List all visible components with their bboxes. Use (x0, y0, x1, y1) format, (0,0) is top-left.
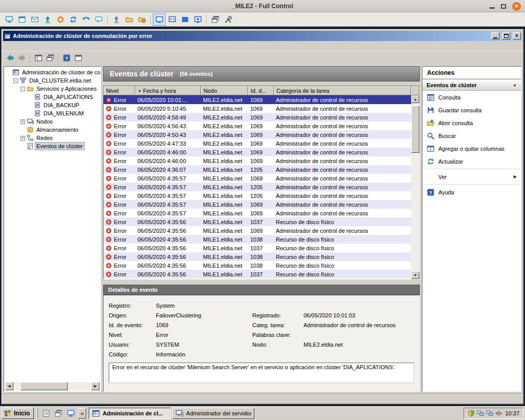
tree-item-redes[interactable]: +Redes (5, 134, 100, 142)
scrollbar-track[interactable] (411, 103, 419, 271)
phone-icon[interactable] (79, 13, 92, 26)
scrollbar-track[interactable] (13, 382, 91, 390)
event-row[interactable]: Error06/05/2020 4:46:00MILE1.eldia.net10… (104, 148, 411, 156)
action-agregar-o-quitar-columnas[interactable]: Agregar o quitar columnas (422, 142, 521, 155)
expander-icon[interactable]: - (21, 87, 25, 91)
tree-item-eventos-de-cl-ster[interactable]: Eventos de clúster (5, 142, 100, 150)
cascade-windows-icon[interactable] (209, 13, 221, 26)
console-tree-button[interactable] (32, 52, 44, 64)
event-row[interactable]: Error06/05/2020 4:46:00MILE1.eldia.net10… (104, 156, 411, 165)
tree-item-administraci-n-de-cl-ster-de-conmu[interactable]: Administración de clúster de conmu (5, 68, 100, 76)
event-row[interactable]: Error06/05/2020 4:36:07MILE1.eldia.net12… (104, 165, 411, 174)
window-titlebar[interactable]: Administración de clúster de conmutación… (3, 31, 522, 41)
menu-ver[interactable] (17, 45, 25, 47)
host-minimize-button[interactable] (490, 4, 495, 9)
event-row[interactable]: Error06/05/2020 4:47:33MILE2.eldia.net10… (104, 139, 411, 148)
back-button[interactable] (4, 52, 16, 64)
action-abrir-consulta[interactable]: Abrir consulta (422, 116, 521, 129)
host-close-button[interactable]: × (512, 2, 521, 11)
action-actualizar[interactable]: Actualizar (422, 155, 521, 168)
export-list-button[interactable] (44, 52, 56, 64)
menu-acci-n[interactable] (10, 45, 17, 47)
send-screen-icon[interactable] (41, 13, 54, 26)
event-row[interactable]: Error06/05/2020 4:56:43MILE2.eldia.net10… (104, 122, 411, 130)
column-categor-a-de-la-tarea[interactable]: Categoría de la tarea (274, 86, 411, 95)
column-fecha-y-hora[interactable]: ▼Fecha y hora (135, 86, 201, 95)
scroll-down-button[interactable]: ▼ (411, 271, 419, 279)
view-button[interactable] (72, 52, 84, 64)
maximize-button[interactable] (502, 32, 510, 39)
event-row[interactable]: Error06/05/2020 4:35:57MILE1.eldia.net10… (104, 209, 411, 217)
solid-screen-icon[interactable] (178, 13, 191, 26)
scrollbar-thumb[interactable] (411, 106, 419, 153)
scroll-left-button[interactable]: ◀ (5, 382, 13, 390)
chat-icon[interactable] (92, 13, 105, 26)
explorer-icon[interactable] (65, 408, 76, 419)
pause-icon[interactable] (54, 13, 67, 26)
action-consulta[interactable]: Consulta (422, 91, 521, 104)
forward-button[interactable] (16, 52, 28, 64)
event-row[interactable]: Error06/05/2020 5:10:45MILE2.eldia.net10… (104, 104, 411, 113)
action-guardar-consulta[interactable]: Guardar consulta (422, 104, 521, 116)
session-window-icon[interactable] (15, 13, 28, 26)
tree-item-servicios-y-aplicaciones[interactable]: -Servicios y Aplicaciones (5, 85, 100, 93)
refresh-icon[interactable] (67, 13, 79, 26)
security-status-icon[interactable] (468, 410, 475, 417)
actions-group-header[interactable]: Eventos de clúster ▲ (422, 79, 521, 91)
taskbar-button-administraci-n-de-cl[interactable]: Administración de cl... (89, 408, 171, 419)
action-ver[interactable]: Ver▶ (422, 170, 521, 183)
event-row[interactable]: Error06/05/2020 4:35:56MILE1.eldia.net10… (104, 217, 411, 226)
event-row[interactable]: Error06/05/2020 4:35:56MILE1.eldia.net10… (104, 244, 411, 252)
menu-archivo[interactable] (3, 45, 10, 47)
tools-icon[interactable] (221, 13, 234, 26)
action-ayuda[interactable]: Ayuda (422, 186, 521, 198)
tree-item-dia-cluster-eldia-net[interactable]: -DIA_CLUSTER.eldia.net (5, 76, 100, 85)
scroll-right-button[interactable]: ▶ (91, 382, 99, 390)
event-row[interactable]: Error06/05/2020 4:35:56MILE1.eldia.net10… (104, 226, 411, 235)
new-connection-icon[interactable] (3, 13, 15, 26)
tree-item-dia-milenium[interactable]: DIA_MILENIUM (5, 109, 100, 117)
start-button[interactable]: Inicio (2, 408, 34, 419)
minimize-button[interactable] (491, 32, 499, 39)
collapse-icon[interactable]: ▲ (513, 83, 517, 87)
column-nivel[interactable]: Nivel (104, 86, 135, 95)
event-row[interactable]: Error06/05/2020 4:58:49MILE2.eldia.net10… (104, 113, 411, 122)
event-row[interactable]: Error06/05/2020 4:35:56MILE1.eldia.net10… (104, 252, 411, 261)
event-row[interactable]: Error06/05/2020 4:35:57MILE1.eldia.net10… (104, 200, 411, 209)
scrollbar-thumb[interactable] (21, 382, 68, 390)
taskbar-handle[interactable] (36, 408, 38, 418)
vertical-scrollbar[interactable]: ▲ ▼ (411, 86, 419, 279)
expander-icon[interactable]: + (21, 119, 25, 124)
window-switcher-icon[interactable] (53, 408, 64, 419)
taskbar-button-administrador-del-servidor[interactable]: Administrador del servidor (172, 408, 254, 419)
file-upload-icon[interactable] (110, 13, 123, 26)
event-row[interactable]: Error06/05/2020 4:35:57MILE1.eldia.net12… (104, 191, 411, 200)
expander-icon[interactable]: - (13, 78, 18, 83)
message-icon[interactable] (28, 13, 41, 26)
event-row[interactable]: Error06/05/2020 4:35:57MILE1.eldia.net12… (104, 183, 411, 191)
network-activity-icon[interactable] (477, 410, 484, 417)
show-desktop-icon[interactable] (41, 408, 52, 419)
host-maximize-button[interactable] (501, 4, 506, 9)
volume-muted-icon[interactable] (495, 410, 502, 417)
menu-ayuda[interactable] (25, 45, 32, 47)
tree-item-dia-backup[interactable]: DIA_BACKUP (5, 101, 100, 109)
event-row[interactable]: Error06/05/2020 4:35:57MILE1.eldia.net10… (104, 174, 411, 183)
event-row[interactable]: Error06/05/2020 4:35:56MILE1.eldia.net10… (104, 261, 411, 270)
secure-folder-icon[interactable] (135, 13, 148, 26)
file-transfer-icon[interactable] (123, 13, 135, 26)
column-id-d[interactable]: Id. d... (248, 86, 274, 95)
expander-icon[interactable]: + (21, 136, 25, 141)
help-button[interactable] (60, 52, 72, 64)
event-row[interactable]: Error06/05/2020 4:35:56MILE1.eldia.net10… (104, 270, 411, 278)
lan-status-icon[interactable] (486, 410, 493, 417)
fullscreen-icon[interactable] (153, 13, 166, 26)
event-row[interactable]: Error06/05/2020 4:35:56MILE1.eldia.net10… (104, 235, 411, 244)
close-button[interactable]: × (513, 32, 521, 39)
scale-view-icon[interactable] (166, 13, 178, 26)
tree-horizontal-scrollbar[interactable]: ◀ ▶ (5, 382, 99, 390)
event-row[interactable]: Error06/05/2020 10:01:...MILE2.eldia.net… (104, 95, 411, 104)
quick-launch-overflow-button[interactable]: » (78, 408, 86, 418)
tree-item-almacenamiento[interactable]: Almacenamiento (5, 126, 100, 134)
tree-item-dia-aplications[interactable]: DIA_APLICATIONS (5, 93, 100, 101)
